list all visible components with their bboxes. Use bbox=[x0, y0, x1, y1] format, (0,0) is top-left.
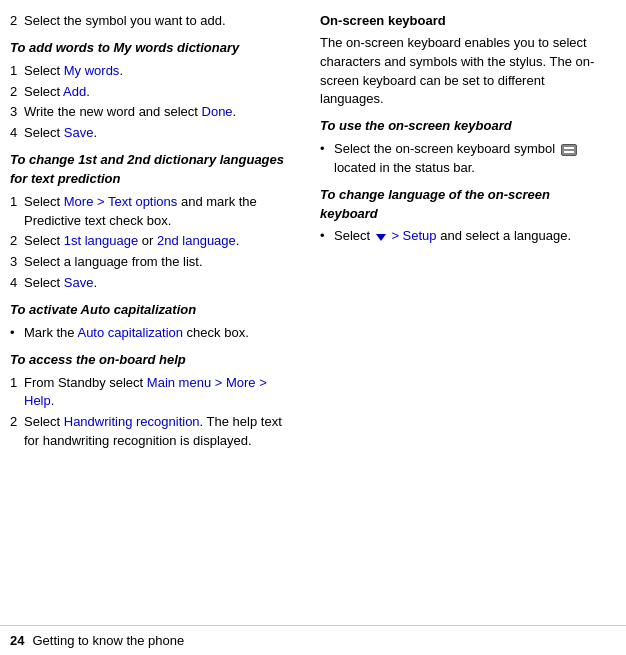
step-num: 2 bbox=[10, 83, 24, 102]
link-done[interactable]: Done bbox=[202, 104, 233, 119]
step-help-1: 1 From Standby select Main menu > More >… bbox=[10, 374, 300, 412]
step-text: Select 1st language or 2nd language. bbox=[24, 232, 239, 251]
bullet-use-keyboard: • Select the on-screen keyboard symbol l… bbox=[320, 140, 600, 178]
step-num: 1 bbox=[10, 62, 24, 81]
bullet-sym: • bbox=[10, 324, 24, 343]
footer-text: Getting to know the phone bbox=[32, 633, 184, 648]
link-handwriting[interactable]: Handwriting recognition bbox=[64, 414, 200, 429]
section-heading-add-words: To add words to My words dictionary bbox=[10, 39, 300, 58]
link-my-words[interactable]: My words bbox=[64, 63, 120, 78]
right-column: On-screen keyboard The on-screen keyboar… bbox=[310, 12, 600, 617]
step-num: 4 bbox=[10, 124, 24, 143]
step-lang-2: 2 Select 1st language or 2nd language. bbox=[10, 232, 300, 251]
step-text: Select My words. bbox=[24, 62, 123, 81]
step-num: 3 bbox=[10, 103, 24, 122]
step-text: Select More > Text options and mark the … bbox=[24, 193, 300, 231]
page-footer: 24 Getting to know the phone bbox=[0, 625, 626, 655]
step-text: Select Save. bbox=[24, 124, 97, 143]
step-num: 2 bbox=[10, 232, 24, 251]
step-text: From Standby select Main menu > More > H… bbox=[24, 374, 300, 412]
content-area: 2 Select the symbol you want to add. To … bbox=[0, 0, 626, 617]
step-help-2: 2 Select Handwriting recognition. The he… bbox=[10, 413, 300, 451]
section-heading-onboard-help: To access the on-board help bbox=[10, 351, 300, 370]
step-add-2: 2 Select Add. bbox=[10, 83, 300, 102]
step-lang-1: 1 Select More > Text options and mark th… bbox=[10, 193, 300, 231]
link-1st-lang[interactable]: 1st language bbox=[64, 233, 138, 248]
body-onscreen-keyboard: The on-screen keyboard enables you to se… bbox=[320, 34, 600, 109]
step-num: 2 bbox=[10, 12, 24, 31]
step-text: Select Save. bbox=[24, 274, 97, 293]
section-heading-change-lang: To change language of the on-screen keyb… bbox=[320, 186, 600, 224]
step-text: Select Add. bbox=[24, 83, 90, 102]
section-heading-dict-lang: To change 1st and 2nd dictionary languag… bbox=[10, 151, 300, 189]
step-num: 1 bbox=[10, 374, 24, 412]
step-lang-4: 4 Select Save. bbox=[10, 274, 300, 293]
step-text: Mark the Auto capitalization check box. bbox=[24, 324, 249, 343]
link-add[interactable]: Add bbox=[63, 84, 86, 99]
link-more-text[interactable]: More > Text options bbox=[64, 194, 178, 209]
step-num: 4 bbox=[10, 274, 24, 293]
step-item-2: 2 Select the symbol you want to add. bbox=[10, 12, 300, 31]
link-save-1[interactable]: Save bbox=[64, 125, 94, 140]
step-num: 2 bbox=[10, 413, 24, 451]
link-main-menu[interactable]: Main menu > More > Help bbox=[24, 375, 267, 409]
section-heading-use-keyboard: To use the on-screen keyboard bbox=[320, 117, 600, 136]
step-num: 1 bbox=[10, 193, 24, 231]
section-heading-auto-cap: To activate Auto capitalization bbox=[10, 301, 300, 320]
left-column: 2 Select the symbol you want to add. To … bbox=[10, 12, 310, 617]
step-text: Select a language from the list. bbox=[24, 253, 203, 272]
link-auto-cap[interactable]: Auto capitalization bbox=[77, 325, 183, 340]
page-container: 2 Select the symbol you want to add. To … bbox=[0, 0, 626, 655]
heading-onscreen-keyboard: On-screen keyboard bbox=[320, 12, 600, 31]
step-add-1: 1 Select My words. bbox=[10, 62, 300, 81]
bullet-sym: • bbox=[320, 227, 334, 246]
step-text: Write the new word and select Done. bbox=[24, 103, 236, 122]
link-setup[interactable]: > Setup bbox=[391, 228, 436, 243]
step-lang-3: 3 Select a language from the list. bbox=[10, 253, 300, 272]
step-text: Select the symbol you want to add. bbox=[24, 12, 226, 31]
step-text: Select > Setup and select a language. bbox=[334, 227, 571, 246]
bullet-auto-cap: • Mark the Auto capitalization check box… bbox=[10, 324, 300, 343]
bullet-change-lang: • Select > Setup and select a language. bbox=[320, 227, 600, 246]
footer-page-number: 24 bbox=[10, 633, 24, 648]
bullet-sym: • bbox=[320, 140, 334, 178]
down-triangle-icon bbox=[376, 234, 386, 241]
link-save-2[interactable]: Save bbox=[64, 275, 94, 290]
step-text: Select Handwriting recognition. The help… bbox=[24, 413, 300, 451]
step-num: 3 bbox=[10, 253, 24, 272]
step-add-4: 4 Select Save. bbox=[10, 124, 300, 143]
step-add-3: 3 Write the new word and select Done. bbox=[10, 103, 300, 122]
keyboard-icon bbox=[561, 144, 577, 156]
step-text: Select the on-screen keyboard symbol loc… bbox=[334, 140, 600, 178]
link-2nd-lang[interactable]: 2nd language bbox=[157, 233, 236, 248]
